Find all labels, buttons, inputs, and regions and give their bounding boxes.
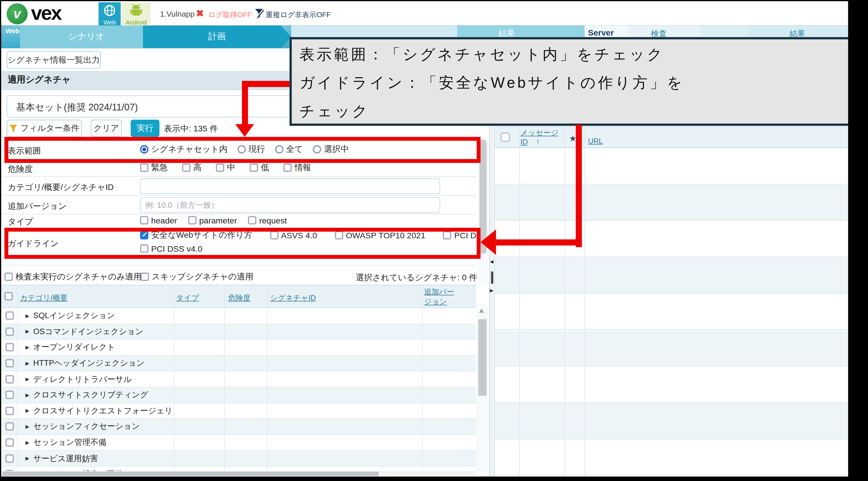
- arrow-segment: [242, 81, 290, 87]
- arrow-segment: [242, 81, 248, 124]
- message-row[interactable]: 54☆http://vulnserver:8080/VulnApp/Regist…: [495, 439, 848, 476]
- annotation-line: チェック: [300, 101, 370, 121]
- frame-edge: [848, 0, 868, 481]
- arrow-segment: [576, 125, 582, 247]
- message-row[interactable]: 52☆http://vulnserver:8080/VulnApp/Inquir…: [495, 366, 848, 403]
- message-row[interactable]: 46☆http://vulnserver:8080/VulnApp/Top.do: [495, 148, 848, 184]
- app-stage: v vex Web Android 1.Vulnapp ✖ ログ取得OFF: [0, 0, 868, 481]
- message-row[interactable]: 47☆http://vulnserver:8080/VulnApp/Inquir…: [495, 184, 848, 221]
- message-row[interactable]: 53☆http://vulnserver:8080/VulnApp/Regist…: [495, 403, 848, 439]
- screenshot-root: v vex Web Android 1.Vulnapp ✖ ログ取得OFF: [0, 0, 868, 481]
- table-gridline: [565, 126, 565, 477]
- frame-edge: [0, 0, 868, 1]
- frame-edge: [0, 477, 868, 481]
- table-gridline: [519, 126, 520, 477]
- annotation-line: 表示範囲：「シグネチャセット内」をチェック: [300, 44, 664, 64]
- frame-edge: [0, 0, 1, 481]
- message-row[interactable]: 48☆http://vulnserver:8080/VulnApp/Inquir…: [495, 221, 848, 257]
- message-row[interactable]: 50☆http://vulnserver:8080/VulnApp/Inquir…: [495, 294, 848, 330]
- arrow-segment: [496, 239, 582, 246]
- arrow-down-head: [235, 124, 254, 137]
- annotation-line: ガイドライン：「安全なWebサイトの作り方」を: [300, 72, 685, 92]
- table-gridline: [585, 126, 585, 477]
- message-row[interactable]: 51☆http://vulnserver:8080/VulnApp/Inquir…: [495, 330, 848, 366]
- arrow-left-head: [480, 229, 496, 254]
- message-row[interactable]: 49☆http://vulnserver:8080/VulnApp/Inquir…: [495, 257, 848, 294]
- annotation-callout: 表示範囲：「シグネチャセット内」をチェック ガイドライン：「安全なWebサイトの…: [289, 37, 856, 126]
